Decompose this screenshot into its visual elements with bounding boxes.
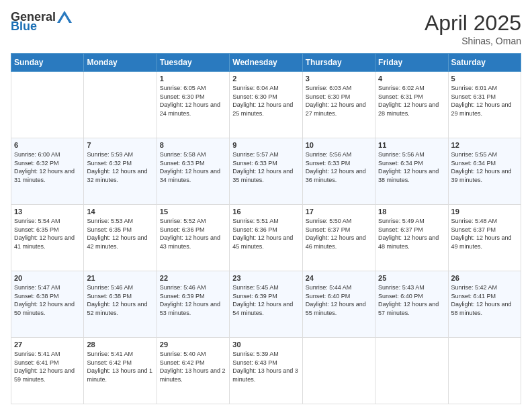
sunset-text: Sunset: 6:33 PM — [306, 160, 351, 167]
sunrise-text: Sunrise: 6:03 AM — [306, 85, 352, 91]
sunset-text: Sunset: 6:35 PM — [14, 226, 59, 233]
table-row: 4 Sunrise: 6:02 AM Sunset: 6:31 PM Dayli… — [375, 72, 448, 138]
logo: General Blue — [11, 11, 72, 32]
sunrise-text: Sunrise: 5:45 AM — [232, 284, 279, 291]
daylight-text: Daylight: 12 hours and 48 minutes. — [378, 234, 439, 250]
daylight-text: Daylight: 12 hours and 42 minutes. — [87, 234, 147, 250]
daylight-text: Daylight: 12 hours and 24 minutes. — [160, 101, 220, 117]
day-number: 5 — [451, 75, 518, 83]
day-number: 21 — [87, 274, 153, 282]
title-area: April 2025 Shinas, Oman — [425, 11, 521, 46]
day-number: 7 — [87, 141, 153, 149]
day-info: Sunrise: 6:05 AM Sunset: 6:30 PM Dayligh… — [160, 84, 226, 118]
sunrise-text: Sunrise: 5:47 AM — [14, 284, 60, 291]
sunset-text: Sunset: 6:30 PM — [160, 93, 205, 100]
table-row: 9 Sunrise: 5:57 AM Sunset: 6:33 PM Dayli… — [230, 138, 302, 205]
sunrise-text: Sunrise: 5:41 AM — [87, 351, 133, 357]
daylight-text: Daylight: 12 hours and 52 minutes. — [87, 301, 147, 316]
location: Shinas, Oman — [425, 36, 521, 46]
sunset-text: Sunset: 6:33 PM — [160, 160, 205, 167]
daylight-text: Daylight: 12 hours and 54 minutes. — [232, 301, 293, 316]
day-info: Sunrise: 5:43 AM Sunset: 6:40 PM Dayligh… — [378, 283, 445, 317]
sunset-text: Sunset: 6:42 PM — [160, 359, 205, 366]
sunset-text: Sunset: 6:41 PM — [451, 293, 496, 300]
col-sunday: Sunday — [11, 54, 84, 72]
day-number: 12 — [451, 141, 518, 149]
day-number: 26 — [451, 274, 518, 282]
table-row: 26 Sunrise: 5:42 AM Sunset: 6:41 PM Dayl… — [448, 271, 521, 338]
day-number: 13 — [14, 208, 81, 216]
daylight-text: Daylight: 12 hours and 53 minutes. — [160, 301, 220, 316]
table-row: 18 Sunrise: 5:49 AM Sunset: 6:37 PM Dayl… — [375, 205, 448, 271]
calendar-week-1: 1 Sunrise: 6:05 AM Sunset: 6:30 PM Dayli… — [11, 72, 521, 138]
day-number: 25 — [378, 274, 445, 282]
sunset-text: Sunset: 6:42 PM — [87, 359, 132, 366]
day-number: 10 — [306, 141, 372, 149]
sunrise-text: Sunrise: 5:53 AM — [87, 218, 133, 224]
daylight-text: Daylight: 12 hours and 27 minutes. — [306, 101, 366, 117]
sunset-text: Sunset: 6:31 PM — [451, 93, 496, 100]
day-number: 8 — [160, 141, 226, 149]
table-row: 2 Sunrise: 6:04 AM Sunset: 6:30 PM Dayli… — [230, 72, 302, 138]
sunrise-text: Sunrise: 5:42 AM — [451, 284, 498, 291]
daylight-text: Daylight: 12 hours and 28 minutes. — [378, 101, 439, 117]
sunset-text: Sunset: 6:32 PM — [14, 160, 59, 167]
day-number: 18 — [378, 208, 445, 216]
day-number: 1 — [160, 75, 226, 83]
table-row: 22 Sunrise: 5:46 AM Sunset: 6:39 PM Dayl… — [157, 271, 229, 338]
day-number: 4 — [378, 75, 445, 83]
daylight-text: Daylight: 12 hours and 34 minutes. — [160, 168, 220, 183]
table-row: 21 Sunrise: 5:46 AM Sunset: 6:38 PM Dayl… — [84, 271, 157, 338]
daylight-text: Daylight: 12 hours and 29 minutes. — [451, 101, 512, 117]
sunrise-text: Sunrise: 6:05 AM — [160, 85, 206, 91]
sunrise-text: Sunrise: 5:56 AM — [378, 151, 425, 158]
day-info: Sunrise: 5:50 AM Sunset: 6:37 PM Dayligh… — [306, 217, 372, 250]
table-row: 5 Sunrise: 6:01 AM Sunset: 6:31 PM Dayli… — [448, 72, 521, 138]
sunrise-text: Sunrise: 5:49 AM — [378, 218, 425, 224]
day-info: Sunrise: 5:49 AM Sunset: 6:37 PM Dayligh… — [378, 217, 445, 250]
daylight-text: Daylight: 12 hours and 39 minutes. — [451, 168, 512, 183]
table-row: 1 Sunrise: 6:05 AM Sunset: 6:30 PM Dayli… — [157, 72, 229, 138]
table-row: 11 Sunrise: 5:56 AM Sunset: 6:34 PM Dayl… — [375, 138, 448, 205]
sunrise-text: Sunrise: 6:04 AM — [232, 85, 279, 91]
table-row: 13 Sunrise: 5:54 AM Sunset: 6:35 PM Dayl… — [11, 205, 84, 271]
day-number: 16 — [232, 208, 299, 216]
sunrise-text: Sunrise: 6:01 AM — [451, 85, 498, 91]
sunset-text: Sunset: 6:36 PM — [232, 226, 277, 233]
table-row: 8 Sunrise: 5:58 AM Sunset: 6:33 PM Dayli… — [157, 138, 229, 205]
daylight-text: Daylight: 12 hours and 46 minutes. — [306, 234, 366, 250]
logo-blue: Blue — [11, 20, 37, 32]
sunrise-text: Sunrise: 5:44 AM — [306, 284, 352, 291]
calendar-week-3: 13 Sunrise: 5:54 AM Sunset: 6:35 PM Dayl… — [11, 205, 521, 271]
day-info: Sunrise: 5:48 AM Sunset: 6:37 PM Dayligh… — [451, 217, 518, 250]
day-info: Sunrise: 5:57 AM Sunset: 6:33 PM Dayligh… — [232, 150, 299, 184]
day-number: 20 — [14, 274, 81, 282]
daylight-text: Daylight: 12 hours and 32 minutes. — [87, 168, 147, 183]
table-row: 20 Sunrise: 5:47 AM Sunset: 6:38 PM Dayl… — [11, 271, 84, 338]
day-number: 3 — [306, 75, 372, 83]
table-row: 10 Sunrise: 5:56 AM Sunset: 6:33 PM Dayl… — [302, 138, 375, 205]
day-info: Sunrise: 5:56 AM Sunset: 6:34 PM Dayligh… — [378, 150, 445, 184]
sunrise-text: Sunrise: 5:55 AM — [451, 151, 498, 158]
day-number: 6 — [14, 141, 81, 149]
day-info: Sunrise: 5:44 AM Sunset: 6:40 PM Dayligh… — [306, 283, 372, 317]
day-info: Sunrise: 5:41 AM Sunset: 6:42 PM Dayligh… — [87, 350, 153, 383]
page: General Blue April 2025 Shinas, Oman Sun… — [0, 0, 532, 411]
calendar-table: Sunday Monday Tuesday Wednesday Thursday… — [11, 53, 521, 404]
daylight-text: Daylight: 12 hours and 57 minutes. — [378, 301, 439, 316]
calendar-week-5: 27 Sunrise: 5:41 AM Sunset: 6:41 PM Dayl… — [11, 338, 521, 404]
table-row: 15 Sunrise: 5:52 AM Sunset: 6:36 PM Dayl… — [157, 205, 229, 271]
day-info: Sunrise: 5:46 AM Sunset: 6:38 PM Dayligh… — [87, 283, 153, 317]
header: General Blue April 2025 Shinas, Oman — [11, 11, 521, 46]
calendar-week-2: 6 Sunrise: 6:00 AM Sunset: 6:32 PM Dayli… — [11, 138, 521, 205]
daylight-text: Daylight: 13 hours and 3 minutes. — [232, 367, 298, 383]
sunrise-text: Sunrise: 5:43 AM — [378, 284, 425, 291]
day-number: 24 — [306, 274, 372, 282]
sunset-text: Sunset: 6:41 PM — [14, 359, 59, 366]
day-info: Sunrise: 6:01 AM Sunset: 6:31 PM Dayligh… — [451, 84, 518, 118]
sunrise-text: Sunrise: 5:57 AM — [232, 151, 279, 158]
sunset-text: Sunset: 6:30 PM — [232, 93, 277, 100]
daylight-text: Daylight: 12 hours and 59 minutes. — [14, 367, 75, 383]
daylight-text: Daylight: 12 hours and 49 minutes. — [451, 234, 512, 250]
col-thursday: Thursday — [302, 54, 375, 72]
